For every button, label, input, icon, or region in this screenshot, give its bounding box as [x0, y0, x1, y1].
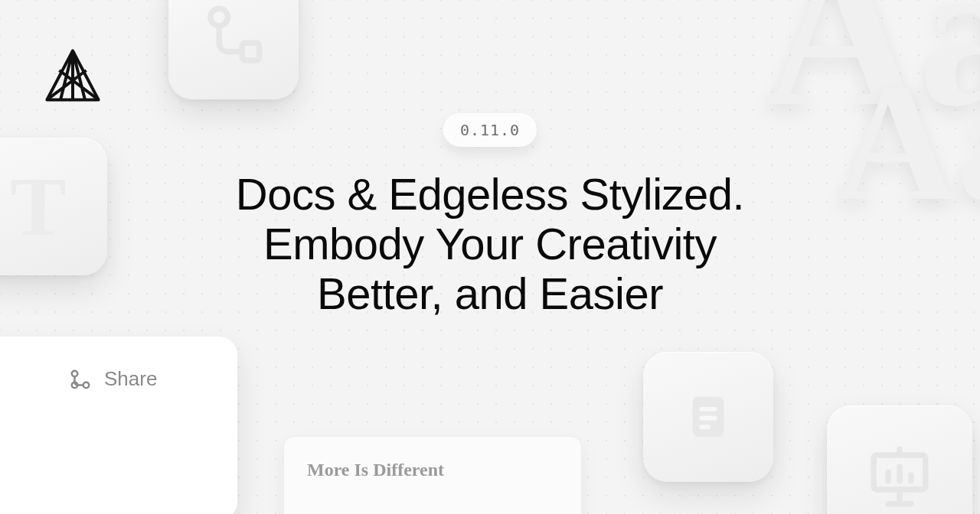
- tile-node: [168, 0, 299, 99]
- share-label: Share: [104, 367, 157, 391]
- share-icon: [69, 368, 92, 391]
- presentation-icon: [865, 444, 934, 512]
- tile-type: T: [0, 138, 107, 275]
- share-row[interactable]: Share: [69, 367, 207, 391]
- note-card: More Is Different: [283, 436, 582, 514]
- version-badge: 0.11.0: [443, 113, 537, 147]
- note-card-title: More Is Different: [307, 460, 444, 480]
- svg-point-0: [211, 8, 228, 26]
- type-icon: T: [10, 158, 66, 255]
- headline-line-3: Better, and Easier: [317, 268, 663, 318]
- svg-rect-5: [699, 425, 710, 429]
- tile-document: [643, 352, 773, 482]
- svg-rect-3: [699, 407, 717, 412]
- svg-rect-4: [699, 416, 717, 421]
- tile-presentation: [827, 405, 972, 514]
- page-headline: Docs & Edgeless Stylized. Embody Your Cr…: [145, 170, 835, 319]
- branch-icon: [199, 0, 268, 69]
- share-card: Share: [0, 337, 237, 514]
- headline-line-2: Embody Your Creativity: [263, 219, 717, 268]
- brand-logo: [42, 46, 103, 107]
- headline-line-1: Docs & Edgeless Stylized.: [236, 169, 744, 219]
- document-icon: [681, 390, 735, 444]
- svg-rect-1: [242, 43, 260, 60]
- decor-aa-medium: Aa: [835, 46, 980, 239]
